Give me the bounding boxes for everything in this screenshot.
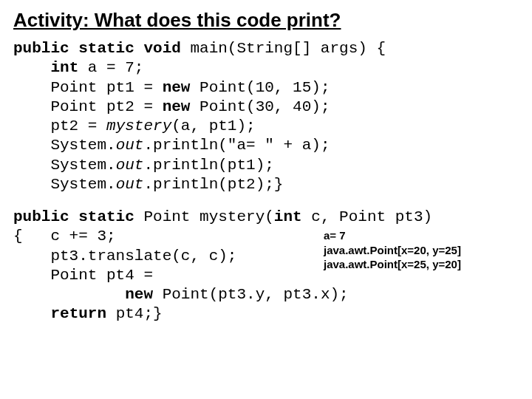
kw-public-static: public static	[13, 208, 134, 225]
m-l4: Point pt4 =	[13, 267, 153, 284]
l8c: .println(pt2);}	[143, 176, 283, 193]
code-block-mystery: public static Point mystery(int c, Point…	[13, 208, 519, 344]
l6a: System.	[13, 137, 116, 154]
m-sig-rest: c, Point pt3)	[302, 208, 432, 225]
l4c: Point(30, 40);	[190, 98, 330, 115]
it-mystery: mystery	[106, 117, 171, 134]
slide-title: Activity: What does this code print?	[13, 9, 519, 32]
kw-new1: new	[163, 79, 191, 96]
output-line3: java.awt.Point[x=25, y=20]	[324, 258, 461, 270]
m-l5c: Point(pt3.y, pt3.x);	[153, 286, 349, 303]
kw-new3: new	[125, 286, 153, 303]
l3c: Point(10, 15);	[190, 79, 330, 96]
l7c: .println(pt1);	[143, 157, 273, 174]
kw-int: int	[50, 59, 78, 76]
kw-int2: int	[274, 208, 302, 225]
m-l6c: pt4;}	[106, 305, 163, 322]
m-l3: pt3.translate(c, c);	[13, 248, 236, 265]
it-out1: out	[116, 137, 144, 154]
it-out2: out	[116, 157, 144, 174]
output-line2: java.awt.Point[x=20, y=25]	[324, 244, 461, 256]
l6c: .println("a= " + a);	[143, 137, 330, 154]
l2b: a = 7;	[78, 59, 143, 76]
m-sig-mid: Point mystery(	[134, 208, 274, 225]
l7a: System.	[13, 157, 116, 174]
main-sig-rest: main(String[] args) {	[181, 40, 386, 57]
code-block-main: public static void main(String[] args) {…	[13, 39, 519, 194]
l4a: Point pt2 =	[13, 98, 163, 115]
m-l2: { c += 3;	[13, 228, 116, 245]
l5a: pt2 =	[13, 117, 106, 134]
l8a: System.	[13, 176, 116, 193]
l5c: (a, pt1);	[171, 117, 255, 134]
l3a: Point pt1 =	[13, 79, 163, 96]
output-line1: a= 7	[324, 229, 346, 242]
m-l5a	[13, 286, 125, 303]
m-l6a	[13, 305, 50, 322]
kw-return: return	[50, 305, 106, 322]
it-out3: out	[116, 176, 144, 193]
kw-public-static-void: public static void	[13, 40, 181, 57]
kw-new2: new	[163, 98, 191, 115]
program-output: a= 7 java.awt.Point[x=20, y=25] java.awt…	[324, 228, 461, 272]
